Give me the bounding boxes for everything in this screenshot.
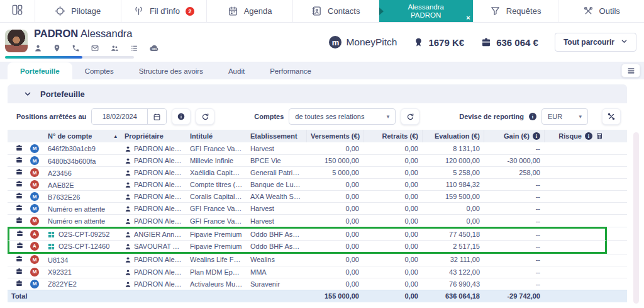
vertical-scrollbar[interactable]	[633, 132, 639, 304]
table-row[interactable]: M A23456 PADRON Alessandra Xaélidia Capi…	[8, 166, 627, 178]
table-row[interactable]: M 646f2b30a1cb9 PADRON Alessandra GFI Fr…	[8, 142, 627, 154]
nav-item-requetes[interactable]: Requêtes	[473, 0, 559, 22]
cell-retraits: 0,00	[363, 254, 422, 266]
gain-info-icon[interactable]: i	[533, 132, 540, 140]
tab-comptes[interactable]: Comptes	[72, 62, 126, 79]
total-gain: -29 742,00	[484, 290, 544, 302]
comptes-select[interactable]: de toutes ses relations ▾	[289, 108, 396, 125]
nav-item-outils[interactable]: Outils	[558, 0, 644, 22]
client-tab-active[interactable]: Alessandra PADRON ×	[379, 0, 473, 22]
tab-audit[interactable]: Audit	[216, 62, 257, 79]
total-retraits: 0,00	[363, 290, 422, 302]
client-avatar[interactable]	[5, 30, 28, 52]
comptes-label: Comptes	[254, 113, 284, 120]
apps-grid-button[interactable]	[0, 0, 35, 22]
cell-owner: PADRON Alessandra	[121, 278, 186, 290]
calculator-icon[interactable]	[596, 132, 603, 140]
browse-all-button[interactable]: Tout parcourir	[555, 33, 636, 52]
devise-select-value: EUR	[548, 113, 562, 120]
col-header-etablissement[interactable]: Etablissement	[247, 130, 306, 142]
devise-info-icon[interactable]: i	[529, 113, 536, 120]
patrimony-value: 1679 K€	[428, 37, 464, 48]
envelope-icon[interactable]	[91, 44, 99, 52]
col-header-account[interactable]: N° de compte ▴	[44, 130, 121, 142]
col-header-evaluation[interactable]: Evaluation (€)	[422, 130, 484, 142]
cell-account: Numéro en attente	[44, 214, 121, 226]
cell-account: O2S-CPT-12460	[44, 240, 121, 254]
cell-evaluation: 0,00	[422, 202, 484, 214]
positions-info-button[interactable]	[172, 108, 191, 125]
devise-select[interactable]: EUR ▾	[541, 108, 588, 125]
geo-cloud-icon[interactable]: GEO	[149, 43, 160, 52]
refresh-comptes-button[interactable]	[401, 108, 419, 125]
table-row[interactable]: M U8134 PADRON Alessandra Wealins Life F…	[8, 254, 627, 266]
briefcase-icon	[8, 254, 26, 266]
table-row[interactable]: A O2S-CPT-09252 ANGIER Annelaure Fipavie…	[8, 227, 627, 240]
section-header-portefeuille[interactable]: Portefeuille	[8, 84, 627, 103]
table-row[interactable]: M 6480b34b600fa PADRON Alessandra Millev…	[8, 154, 627, 166]
col-header-intitule[interactable]: Intitulé	[186, 130, 247, 142]
table-settings-button[interactable]	[602, 108, 621, 125]
table-row[interactable]: M B7632E26 PADRON Alessandra Coralis Cap…	[8, 190, 627, 202]
nav-item-fil-dinfo[interactable]: Fil d'info 2	[121, 0, 208, 22]
phone-icon[interactable]	[72, 44, 80, 52]
source-badge: M	[30, 255, 39, 264]
table-row[interactable]: M Z822YE2 PADRON Alessandra Activaleurs …	[8, 278, 627, 290]
list-icon[interactable]	[130, 44, 138, 52]
briefcase-icon	[480, 37, 492, 48]
client-tab-last-name: PADRON	[411, 11, 441, 20]
nav-item-contacts[interactable]: Contacts	[293, 0, 379, 22]
cell-evaluation: 43 122,00	[422, 266, 484, 278]
hamburger-menu-button[interactable]	[621, 64, 640, 77]
briefcase-icon	[8, 202, 26, 214]
tab-portefeuille[interactable]: Portefeuille	[8, 62, 72, 79]
total-evaluation: 636 064,18	[422, 290, 484, 302]
patrimony-kpi: 1679 K€	[413, 37, 464, 48]
nav-item-pilotage[interactable]: Pilotage	[35, 0, 121, 22]
date-input[interactable]	[92, 109, 147, 124]
cell-risque	[544, 154, 607, 166]
table-row[interactable]: M AAE82E PADRON Alessandra Compte titres…	[8, 178, 627, 190]
cell-gain: --	[484, 190, 544, 202]
caret-down-icon: ▾	[387, 113, 390, 120]
comptes-select-value: de toutes ses relations	[295, 113, 364, 120]
refresh-positions-button[interactable]	[196, 108, 214, 125]
col-header-versements[interactable]: Versements (€)	[306, 130, 363, 142]
cell-account: 6480b34b600fa	[44, 154, 121, 166]
close-icon[interactable]: ×	[466, 14, 470, 22]
cell-versements: 0,00	[306, 240, 363, 254]
calendar-icon[interactable]	[147, 109, 166, 124]
cell-retraits: 0,00	[363, 142, 422, 154]
family-icon[interactable]	[110, 44, 119, 52]
tools-icon	[583, 6, 594, 16]
client-header: PADRON Alessandra GEO m MoneyPitch 1679 …	[0, 23, 644, 62]
cell-intitule: Coralis Capitalisation	[186, 190, 247, 202]
cell-evaluation: 120 000,00	[422, 154, 484, 166]
chevron-down-icon	[621, 38, 628, 47]
col-header-gain[interactable]: Gain (€) i	[484, 130, 544, 142]
col-header-risque[interactable]: Risque i	[544, 130, 607, 142]
cell-gain: --	[484, 227, 544, 240]
table-row[interactable]: M Numéro en attente PADRON Alessandra GF…	[8, 202, 627, 214]
cell-owner: PADRON Alessandra	[121, 202, 186, 214]
table-row[interactable]: M Numéro en attente PADRON Alessandra GF…	[8, 214, 627, 226]
total-label: Total	[8, 290, 306, 302]
cell-risque	[544, 227, 607, 240]
risque-info-icon[interactable]: i	[585, 132, 592, 140]
table-row[interactable]: M X92321 PADRON Alessandra Plan MDM Epar…	[8, 266, 627, 278]
source-badge: M	[30, 144, 39, 153]
table-row[interactable]: A O2S-CPT-12460 SAVOURAT Antony Fipavie …	[8, 240, 627, 254]
col-header-owner[interactable]: Propriétaire	[121, 130, 186, 142]
tab-structure-des-avoirs[interactable]: Structure des avoirs	[126, 62, 216, 79]
location-pin-icon[interactable]	[53, 44, 61, 52]
nav-item-agenda[interactable]: Agenda	[207, 0, 293, 22]
person-icon	[125, 231, 131, 238]
tab-performance[interactable]: Performance	[257, 62, 324, 79]
cell-versements: 0,00	[306, 254, 363, 266]
col-header-retraits[interactable]: Retraits (€)	[363, 130, 422, 142]
cell-evaluation: 32 111,00	[422, 254, 484, 266]
person-icon	[125, 269, 131, 276]
accounts-table: N° de compte ▴ Propriétaire Intitulé Eta…	[8, 130, 627, 302]
cell-etablissement: MMA	[247, 266, 306, 278]
person-icon[interactable]	[34, 44, 42, 52]
